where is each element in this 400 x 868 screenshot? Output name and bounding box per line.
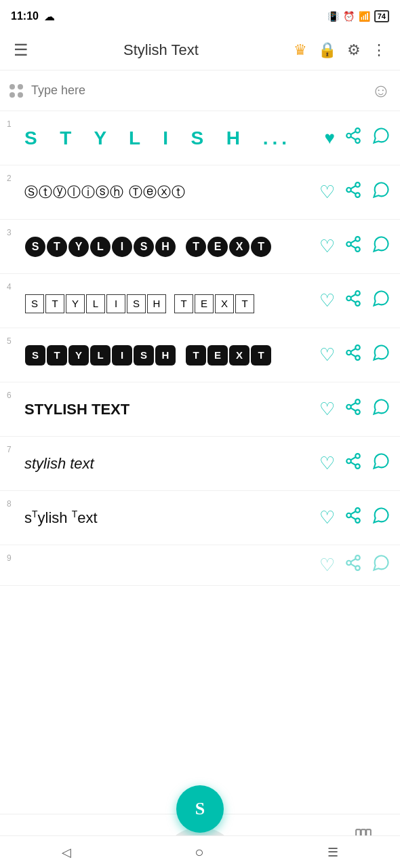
svg-line-43 [351,564,355,567]
list-item: 4 STYLISHTEXT ♡ [0,274,400,328]
favorite-icon[interactable]: ♡ [319,399,335,420]
favorite-icon[interactable]: ♡ [319,507,335,528]
svg-line-13 [351,245,355,248]
svg-point-16 [346,296,351,301]
svg-line-8 [351,191,355,194]
search-input[interactable] [31,83,371,98]
whatsapp-icon[interactable] [372,126,391,150]
svg-line-14 [351,240,355,243]
favorite-icon[interactable]: ♡ [319,555,335,576]
svg-line-34 [351,457,355,460]
fab-button[interactable]: S [176,785,224,833]
item-actions: ♡ [319,180,391,204]
signal-icon: 📶 [359,11,370,22]
share-icon[interactable] [344,290,362,312]
list-item: 2 Ⓢⓣⓨⓛⓘⓢⓗ Ⓣⓔⓧⓣ ♡ [0,165,400,220]
android-back-button[interactable]: ◁ [48,840,85,865]
menu-icon[interactable]: ☰ [8,38,34,62]
share-icon[interactable] [344,554,362,576]
svg-point-37 [355,518,360,523]
svg-point-2 [355,138,360,143]
emoji-icon[interactable]: ☺ [371,80,391,102]
share-icon[interactable] [344,452,362,475]
favorite-icon[interactable]: ♥ [325,127,335,149]
svg-point-6 [346,188,351,193]
item-text[interactable]: STYLISH TEXT [19,345,319,366]
item-actions: ♥ [325,126,391,150]
styled-text-6: STYLISH TEXT [24,401,129,418]
share-icon[interactable] [344,398,362,420]
alarm-icon: ⏰ [343,11,355,22]
styled-text-8: sTylish Text [24,509,98,526]
svg-point-17 [355,301,360,306]
item-text[interactable]: stylish text [19,455,319,473]
status-time: 11:10 [11,10,39,22]
svg-point-1 [346,134,351,138]
favorite-icon[interactable]: ♡ [319,453,335,474]
share-icon[interactable] [344,181,362,203]
fab-label: S [195,799,205,819]
lock-icon[interactable]: 🔒 [313,39,342,62]
item-text[interactable]: Ⓢⓣⓨⓛⓘⓢⓗ Ⓣⓔⓧⓣ [19,183,319,201]
styled-text-4: STYLISHTEXT [24,294,255,311]
grid-dots-icon [9,84,23,98]
item-text[interactable]: STYLISH TEXT [19,401,319,418]
list-item: 5 STYLISH TEXT ♡ [0,328,400,382]
svg-point-10 [355,237,360,241]
android-recents-button[interactable]: ☰ [314,840,352,865]
list-item: 9 ♡ [0,545,400,586]
whatsapp-icon[interactable] [372,289,391,313]
style-list: 1 S T Y L I S H ... ♥ 2 Ⓢⓣⓨⓛⓘⓢⓗ Ⓣⓔⓧⓣ [0,111,400,708]
styled-text-5: STYLISH TEXT [24,345,272,362]
svg-point-5 [355,182,360,187]
svg-line-3 [351,137,355,140]
whatsapp-icon[interactable] [372,506,391,530]
favorite-icon[interactable]: ♡ [319,290,335,311]
svg-line-44 [351,559,355,561]
item-text[interactable]: S T Y L I S H ... [19,127,325,149]
item-number: 7 [7,443,19,454]
list-item: 6 STYLISH TEXT ♡ [0,382,400,437]
crown-icon[interactable]: ♛ [288,39,313,62]
whatsapp-icon[interactable] [372,235,391,258]
item-text[interactable]: STYLISHTEXT [19,288,319,313]
item-text[interactable]: sTylish Text [19,509,319,527]
item-number: 5 [7,335,19,346]
item-number: 6 [7,389,19,400]
svg-point-22 [355,355,360,360]
svg-point-0 [355,128,360,133]
share-icon[interactable] [344,235,362,258]
cloud-icon: ☁ [44,10,55,23]
svg-point-40 [355,555,360,560]
share-icon[interactable] [344,344,362,366]
share-icon[interactable] [344,127,362,149]
favorite-icon[interactable]: ♡ [319,182,335,203]
svg-point-41 [346,561,351,566]
svg-point-25 [355,399,360,404]
whatsapp-icon[interactable] [372,343,391,367]
svg-line-33 [351,462,355,465]
svg-line-23 [351,354,355,357]
svg-point-11 [346,242,351,247]
more-icon[interactable]: ⋮ [366,39,392,62]
whatsapp-icon[interactable] [372,397,391,421]
whatsapp-icon[interactable] [372,452,391,475]
svg-point-26 [346,405,351,410]
svg-point-27 [355,410,360,414]
share-icon[interactable] [344,507,362,529]
svg-point-32 [355,464,360,469]
item-actions: ♡ [319,397,391,421]
settings-icon[interactable]: ⚙ [342,39,366,62]
favorite-icon[interactable]: ♡ [319,344,335,366]
svg-point-42 [355,566,360,570]
whatsapp-icon[interactable] [372,553,391,577]
favorite-icon[interactable]: ♡ [319,236,335,257]
styled-text-2: Ⓢⓣⓨⓛⓘⓢⓗ Ⓣⓔⓧⓣ [24,184,186,199]
android-home-button[interactable]: ○ [181,838,217,867]
svg-line-24 [351,349,355,351]
svg-line-18 [351,300,355,302]
whatsapp-icon[interactable] [372,180,391,204]
item-actions: ♡ [319,235,391,258]
item-number: 3 [7,226,19,237]
item-text[interactable]: STYLISH TEXT [19,237,319,257]
